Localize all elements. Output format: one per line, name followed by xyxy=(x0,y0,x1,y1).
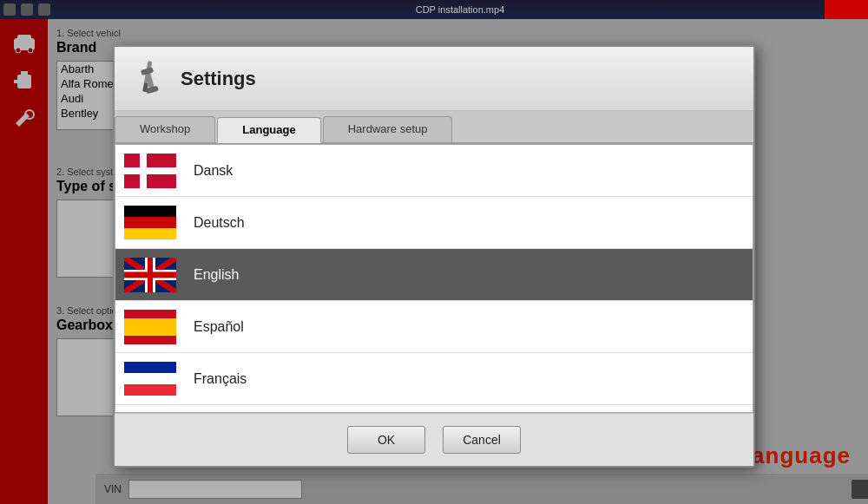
lang-name-francais: Français xyxy=(194,371,247,387)
flag-es-red2 xyxy=(124,336,176,344)
lang-name-espanol: Español xyxy=(194,319,244,335)
taskbar-icon-3 xyxy=(38,3,50,16)
language-list[interactable]: Dansk Deutsch xyxy=(115,144,753,413)
flag-france xyxy=(124,362,176,396)
taskbar-icon-1 xyxy=(3,3,16,16)
flag-fr-red xyxy=(124,384,176,396)
lang-name-dansk: Dansk xyxy=(194,163,233,179)
dialog-overlay: Settings Workshop Language Hardware setu… xyxy=(0,19,868,504)
lang-item-dansk[interactable]: Dansk xyxy=(115,145,753,197)
taskbar-title: CDP installation.mp4 xyxy=(56,4,865,15)
flag-de-yellow-stripe xyxy=(124,228,176,239)
flag-uk-vc xyxy=(148,258,153,292)
taskbar-corner xyxy=(825,0,868,19)
flag-de-red-stripe xyxy=(124,217,176,228)
cancel-button[interactable]: Cancel xyxy=(443,426,521,454)
flag-de-black-stripe xyxy=(124,206,176,217)
ok-button[interactable]: OK xyxy=(347,426,425,454)
lang-item-francais[interactable]: Français xyxy=(115,353,753,405)
lang-name-english: English xyxy=(194,267,239,283)
dialog-title: Settings xyxy=(181,68,256,90)
lang-name-deutsch: Deutsch xyxy=(194,215,245,231)
lang-item-deutsch[interactable]: Deutsch xyxy=(115,197,753,249)
flag-fr-white xyxy=(124,373,176,384)
flag-fr-blue xyxy=(124,362,176,373)
tab-hardware-setup[interactable]: Hardware setup xyxy=(323,116,453,142)
settings-icon xyxy=(132,59,167,98)
settings-dialog: Settings Workshop Language Hardware setu… xyxy=(113,45,755,468)
tab-language[interactable]: Language xyxy=(217,117,320,143)
lang-item-espanol[interactable]: Español xyxy=(115,301,753,353)
flag-es-yellow xyxy=(124,318,176,336)
dialog-tabs: Workshop Language Hardware setup xyxy=(115,111,753,144)
taskbar-icon-2 xyxy=(21,3,33,16)
flag-uk xyxy=(124,258,176,292)
flag-denmark xyxy=(124,154,176,188)
flag-spain xyxy=(124,310,176,344)
flag-es-red1 xyxy=(124,310,176,318)
dialog-footer: OK Cancel xyxy=(115,413,753,466)
flag-germany xyxy=(124,206,176,240)
dialog-header: Settings xyxy=(115,47,753,111)
lang-item-english[interactable]: English xyxy=(115,249,753,301)
tab-workshop[interactable]: Workshop xyxy=(115,116,215,142)
lang-item-greek[interactable]: Greek xyxy=(115,405,753,413)
taskbar: CDP installation.mp4 xyxy=(0,0,868,19)
